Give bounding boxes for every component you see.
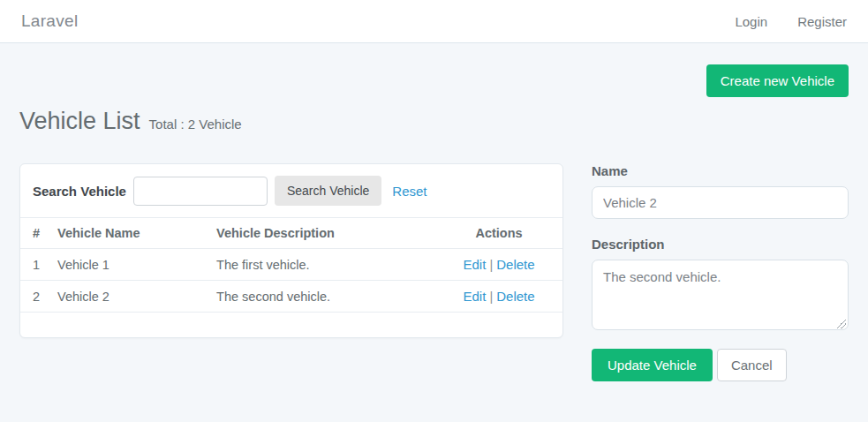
- search-button[interactable]: Search Vehicle: [275, 176, 381, 206]
- create-row: Create new Vehicle: [19, 64, 849, 97]
- edit-link[interactable]: Edit: [464, 289, 487, 304]
- row-name: Vehicle 1: [49, 249, 208, 281]
- edit-vehicle-form: Name Description The second vehicle. Upd…: [592, 163, 849, 381]
- edit-link[interactable]: Edit: [464, 257, 487, 272]
- main-content: Create new Vehicle Vehicle List Total : …: [0, 64, 868, 381]
- navbar: Laravel Login Register: [0, 0, 868, 43]
- description-label: Description: [592, 237, 849, 252]
- row-description: The second vehicle.: [208, 281, 435, 313]
- brand-link[interactable]: Laravel: [21, 11, 78, 31]
- table-header-row: # Vehicle Name Vehicle Description Actio…: [20, 218, 562, 249]
- columns: Search Vehicle Search Vehicle Reset # Ve…: [19, 163, 849, 381]
- delete-link[interactable]: Delete: [496, 289, 534, 304]
- cancel-button[interactable]: Cancel: [717, 349, 787, 381]
- update-vehicle-button[interactable]: Update Vehicle: [592, 349, 713, 381]
- action-separator: |: [489, 290, 493, 304]
- title-row: Vehicle List Total : 2 Vehicle: [19, 108, 849, 135]
- table-row: 1 Vehicle 1 The first vehicle. Edit | De…: [20, 249, 562, 281]
- search-input[interactable]: [133, 177, 268, 206]
- vehicle-list-card: Search Vehicle Search Vehicle Reset # Ve…: [19, 163, 563, 338]
- row-name: Vehicle 2: [49, 281, 208, 313]
- header-description: Vehicle Description: [208, 218, 435, 249]
- row-num: 2: [20, 281, 49, 313]
- description-field-wrap: The second vehicle.: [592, 260, 849, 334]
- name-field[interactable]: [592, 186, 849, 219]
- resize-handle[interactable]: [837, 320, 846, 328]
- name-label: Name: [592, 163, 849, 178]
- vehicle-count-subtitle: Total : 2 Vehicle: [149, 117, 242, 132]
- header-actions: Actions: [435, 218, 562, 249]
- page-title: Vehicle List: [19, 108, 140, 135]
- nav-links: Login Register: [735, 14, 847, 29]
- nav-link-login[interactable]: Login: [735, 14, 767, 29]
- form-buttons: Update Vehicle Cancel: [592, 349, 849, 381]
- row-actions: Edit | Delete: [435, 249, 562, 281]
- create-new-vehicle-button[interactable]: Create new Vehicle: [706, 64, 849, 97]
- header-name: Vehicle Name: [49, 218, 208, 249]
- table-row: 2 Vehicle 2 The second vehicle. Edit | D…: [20, 281, 562, 313]
- row-description: The first vehicle.: [208, 249, 435, 281]
- vehicle-table: # Vehicle Name Vehicle Description Actio…: [20, 217, 562, 313]
- header-num: #: [20, 218, 49, 249]
- search-label: Search Vehicle: [33, 184, 126, 199]
- nav-link-register[interactable]: Register: [797, 14, 847, 29]
- description-field[interactable]: The second vehicle.: [592, 260, 849, 330]
- reset-link[interactable]: Reset: [392, 184, 426, 199]
- delete-link[interactable]: Delete: [496, 257, 534, 272]
- search-row: Search Vehicle Search Vehicle Reset: [20, 164, 562, 217]
- row-actions: Edit | Delete: [435, 281, 562, 313]
- row-num: 1: [20, 249, 49, 281]
- action-separator: |: [489, 258, 493, 272]
